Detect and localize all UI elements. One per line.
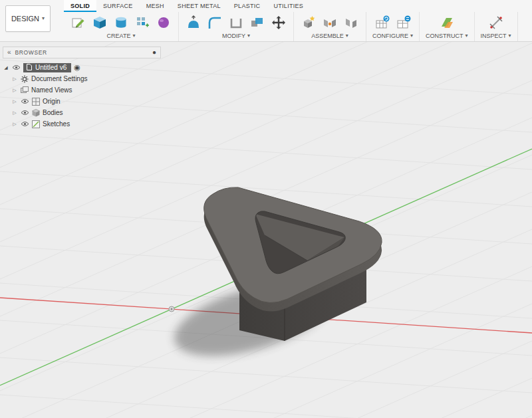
toolbar-group-create: CREATE ▾ xyxy=(64,12,179,41)
tree-row-sketches[interactable]: ▷ Sketches xyxy=(3,118,161,130)
toolbar-group-assemble: ASSEMBLE ▾ xyxy=(294,12,366,41)
chevron-down-icon: ▾ xyxy=(410,33,413,39)
chevron-down-icon: ▾ xyxy=(509,33,511,39)
chevron-down-icon: ▾ xyxy=(42,16,45,21)
document-icon xyxy=(27,64,32,70)
toolbar-group-modify: MODIFY ▾ xyxy=(179,12,294,41)
toolbar-group-inspect: INSPECT ▾ xyxy=(475,12,518,41)
expand-icon[interactable]: ▷ xyxy=(11,99,18,104)
joint-icon[interactable] xyxy=(321,14,338,31)
toolbar-groups: CREATE ▾ xyxy=(64,12,518,41)
move-icon[interactable] xyxy=(270,14,287,31)
group-label-inspect[interactable]: INSPECT ▾ xyxy=(481,33,511,41)
chevron-down-icon: ▾ xyxy=(247,33,250,39)
construct-plane-icon[interactable] xyxy=(438,14,456,31)
root-expand-icon[interactable]: ◢ xyxy=(3,65,9,70)
as-built-joint-icon[interactable] xyxy=(342,14,360,31)
workspace-selector[interactable]: DESIGN ▾ xyxy=(5,5,51,32)
document-name: Untitled v6 xyxy=(35,64,66,71)
group-label-construct[interactable]: CONSTRUCT ▾ xyxy=(426,33,468,41)
press-pull-icon[interactable] xyxy=(185,14,202,31)
measure-icon[interactable] xyxy=(487,14,505,31)
chevron-down-icon: ▾ xyxy=(132,33,135,39)
configuration-table-icon[interactable] xyxy=(395,14,412,31)
toolbar-group-configure: CONFIGURE ▾ xyxy=(366,12,420,41)
expand-icon[interactable]: ▷ xyxy=(11,110,18,115)
toolbar-group-construct: CONSTRUCT ▾ xyxy=(420,12,475,41)
shell-icon[interactable] xyxy=(227,14,245,31)
tree-row-origin[interactable]: ▷ Origin xyxy=(3,96,161,107)
expand-icon[interactable]: ▷ xyxy=(11,76,18,81)
chevron-down-icon: ▾ xyxy=(466,33,468,39)
create-sketch-icon[interactable] xyxy=(70,14,87,31)
chevron-down-icon: ▾ xyxy=(346,33,348,39)
tab-sheet-metal[interactable]: SHEET METAL xyxy=(171,0,227,12)
group-label-assemble[interactable]: ASSEMBLE ▾ xyxy=(311,33,348,41)
configure-icon[interactable] xyxy=(374,14,391,31)
gear-icon xyxy=(21,75,29,83)
group-label-configure[interactable]: CONFIGURE ▾ xyxy=(372,33,413,41)
activate-component-icon[interactable]: ◉ xyxy=(74,64,80,71)
toolbar-tabs: SOLID SURFACE MESH SHEET METAL PLASTIC U… xyxy=(64,0,310,12)
browser-panel: « BROWSER ● ◢ Untitled v6 ◉ ▷ xyxy=(3,47,161,130)
expand-icon[interactable]: ▷ xyxy=(11,88,18,92)
group-label-modify[interactable]: MODIFY ▾ xyxy=(222,33,250,41)
bodies-folder-icon xyxy=(32,109,40,117)
create-form-icon[interactable] xyxy=(155,14,172,31)
eye-icon[interactable] xyxy=(21,121,29,127)
eye-icon[interactable] xyxy=(12,64,21,70)
primitive-cylinder-icon[interactable] xyxy=(112,14,130,31)
eye-icon[interactable] xyxy=(21,110,29,116)
expand-icon[interactable]: ▷ xyxy=(11,122,18,126)
tree-row-root[interactable]: ◢ Untitled v6 ◉ xyxy=(3,62,161,73)
tab-solid[interactable]: SOLID xyxy=(64,0,96,12)
primitive-box-icon[interactable] xyxy=(91,14,108,31)
group-label-create[interactable]: CREATE ▾ xyxy=(107,33,136,41)
tab-surface[interactable]: SURFACE xyxy=(96,0,140,12)
sketches-folder-icon xyxy=(32,120,40,128)
pattern-icon[interactable] xyxy=(134,14,151,31)
fillet-icon[interactable] xyxy=(206,14,223,31)
active-document-chip[interactable]: Untitled v6 xyxy=(23,63,71,72)
tab-utilities[interactable]: UTILITIES xyxy=(267,0,310,12)
browser-tree: ◢ Untitled v6 ◉ ▷ xyxy=(3,58,161,130)
toolbar: DESIGN ▾ SOLID SURFACE MESH SHEET METAL … xyxy=(0,0,532,42)
workspace-label: DESIGN xyxy=(11,15,39,23)
collapse-panel-icon[interactable]: « xyxy=(7,49,11,56)
origin-point[interactable] xyxy=(169,306,174,312)
origin-folder-icon xyxy=(32,98,40,106)
browser-header: « BROWSER ● xyxy=(3,47,161,58)
tree-row-document-settings[interactable]: ▷ Document Settings xyxy=(3,73,161,84)
tree-row-named-views[interactable]: ▷ Named Views xyxy=(3,84,161,96)
tree-row-bodies[interactable]: ▷ Bodies xyxy=(3,107,161,118)
tab-mesh[interactable]: MESH xyxy=(140,0,171,12)
tab-plastic[interactable]: PLASTIC xyxy=(227,0,267,12)
named-views-icon xyxy=(21,86,29,94)
browser-title: BROWSER xyxy=(15,49,148,56)
panel-display-toggle-icon[interactable]: ● xyxy=(152,49,156,56)
new-component-icon[interactable] xyxy=(300,14,317,31)
combine-icon[interactable] xyxy=(249,14,266,31)
eye-icon[interactable] xyxy=(21,98,29,104)
